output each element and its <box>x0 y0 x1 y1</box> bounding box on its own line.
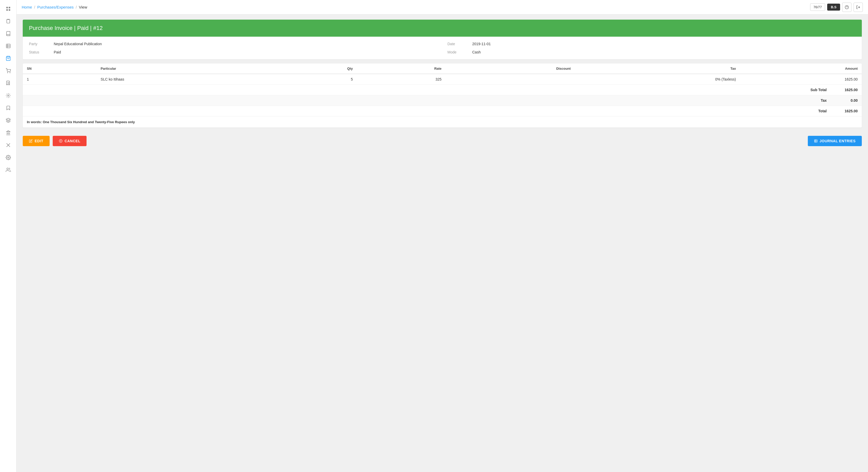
col-amount: Amount <box>740 64 862 74</box>
subtotal-row: Sub Total 1625.00 <box>23 85 862 95</box>
cell-qty: 5 <box>278 74 357 85</box>
cell-discount <box>445 74 575 85</box>
party-label: Party <box>29 42 50 46</box>
gear-icon[interactable] <box>3 152 14 163</box>
breadcrumb-sep1: / <box>34 5 35 9</box>
counter-button[interactable]: 76/77 <box>810 3 826 11</box>
in-words: In words: One Thousand Six Hundred and T… <box>23 117 862 128</box>
invoice-table: SN Particular Qty Rate Discount Tax Amou… <box>23 64 862 85</box>
page-content: Purchase Invoice | Paid | #12 Party Nepa… <box>17 14 868 472</box>
main-content: Home / Purchases/Expenses / View 76/77 B… <box>17 0 868 472</box>
col-rate: Rate <box>357 64 445 74</box>
table-header-row: SN Particular Qty Rate Discount Tax Amou… <box>23 64 862 74</box>
currency-button[interactable]: B.S <box>827 4 840 10</box>
svg-rect-1 <box>8 7 10 8</box>
breadcrumb-current: View <box>79 5 87 9</box>
status-label: Status <box>29 50 50 54</box>
total-row: Total 1625.00 <box>23 106 862 117</box>
clipboard-icon[interactable] <box>3 15 14 27</box>
svg-rect-0 <box>6 7 8 8</box>
receipt-icon[interactable] <box>3 77 14 89</box>
svg-rect-5 <box>6 44 10 48</box>
mode-row: Mode Cash <box>447 50 856 54</box>
invoice-title: Purchase Invoice | Paid | #12 <box>29 25 856 32</box>
party-value: Nepal Educational Publication <box>54 42 102 46</box>
svg-point-11 <box>7 95 9 96</box>
svg-point-21 <box>7 157 9 158</box>
invoice-header: Purchase Invoice | Paid | #12 <box>23 20 862 37</box>
subtotal-label: Sub Total <box>801 88 827 92</box>
breadcrumb: Home / Purchases/Expenses / View <box>22 5 87 9</box>
col-discount: Discount <box>445 64 575 74</box>
cell-amount: 1625.00 <box>740 74 862 85</box>
svg-point-7 <box>7 72 8 73</box>
col-tax: Tax <box>575 64 740 74</box>
journal-entries-button[interactable]: JOURNAL ENTRIES <box>808 136 862 146</box>
edit-button[interactable]: EDIT <box>23 136 50 146</box>
svg-marker-18 <box>6 131 10 132</box>
svg-marker-12 <box>6 118 10 120</box>
cell-particular: SLC ko Itihaas <box>97 74 278 85</box>
total-label: Total <box>801 109 827 113</box>
total-value: 1625.00 <box>837 109 858 113</box>
edit-button-label: EDIT <box>35 139 43 143</box>
date-row: Date 2019-11-01 <box>447 42 856 46</box>
tax-value: 0.00 <box>837 98 858 102</box>
svg-rect-3 <box>8 9 10 11</box>
action-bar: EDIT CANCEL JOURNAL ENTRIES <box>23 132 862 150</box>
sidebar <box>0 0 17 472</box>
col-particular: Particular <box>97 64 278 74</box>
tax-row: Tax 0.00 <box>23 95 862 106</box>
cell-sn: 1 <box>23 74 97 85</box>
journal-button-label: JOURNAL ENTRIES <box>820 139 856 143</box>
cell-tax: 0% (Taxless) <box>575 74 740 85</box>
people-icon[interactable] <box>3 164 14 176</box>
invoice-card: Purchase Invoice | Paid | #12 Party Nepa… <box>23 20 862 59</box>
breadcrumb-sep2: / <box>76 5 77 9</box>
help-button[interactable] <box>842 3 851 12</box>
status-row: Status Paid <box>29 50 437 54</box>
topbar-right: 76/77 B.S <box>810 3 863 12</box>
bank-icon[interactable] <box>3 127 14 138</box>
action-left: EDIT CANCEL <box>23 136 87 146</box>
book-icon[interactable] <box>3 28 14 39</box>
svg-rect-2 <box>6 9 8 11</box>
tax-label: Tax <box>801 98 827 102</box>
status-value: Paid <box>54 50 61 54</box>
table-card: SN Particular Qty Rate Discount Tax Amou… <box>23 64 862 128</box>
svg-point-8 <box>9 72 10 73</box>
svg-rect-29 <box>814 140 817 143</box>
col-qty: Qty <box>278 64 357 74</box>
mode-label: Mode <box>447 50 468 54</box>
bookmark-icon[interactable] <box>3 102 14 114</box>
stack-icon[interactable] <box>3 115 14 126</box>
table-row: 1 SLC ko Itihaas 5 325 0% (Taxless) 1625… <box>23 74 862 85</box>
date-label: Date <box>447 42 468 46</box>
tools-icon[interactable] <box>3 139 14 151</box>
cart-icon[interactable] <box>3 65 14 76</box>
breadcrumb-home[interactable]: Home <box>22 5 32 9</box>
cell-rate: 325 <box>357 74 445 85</box>
topbar: Home / Purchases/Expenses / View 76/77 B… <box>17 0 868 14</box>
shopping-bag-icon[interactable] <box>3 53 14 64</box>
logout-button[interactable] <box>854 3 863 12</box>
invoice-meta: Party Nepal Educational Publication Date… <box>23 37 862 59</box>
settings-alt-icon[interactable] <box>3 90 14 101</box>
breadcrumb-section[interactable]: Purchases/Expenses <box>37 5 74 9</box>
subtotal-value: 1625.00 <box>837 88 858 92</box>
cancel-button[interactable]: CANCEL <box>53 136 87 146</box>
date-value: 2019-11-01 <box>472 42 491 46</box>
svg-point-22 <box>7 168 8 170</box>
grid-icon[interactable] <box>3 3 14 14</box>
cancel-button-label: CANCEL <box>65 139 80 143</box>
party-row: Party Nepal Educational Publication <box>29 42 437 46</box>
col-sn: SN <box>23 64 97 74</box>
mode-value: Cash <box>472 50 481 54</box>
table-icon[interactable] <box>3 40 14 52</box>
